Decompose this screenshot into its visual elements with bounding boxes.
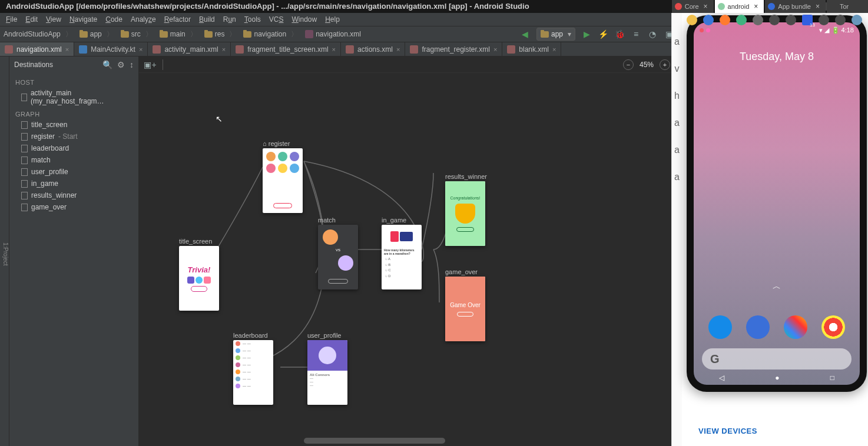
chrome-icon[interactable] [821, 315, 845, 339]
node-match[interactable]: match VS [318, 217, 358, 289]
phone-icon[interactable] [708, 315, 732, 339]
debug-icon[interactable]: 🐞 [614, 29, 625, 39]
dest-leaderboard[interactable]: leaderboard [9, 142, 138, 154]
zoom-out-icon[interactable]: − [623, 59, 634, 70]
ext-icon-2[interactable] [736, 15, 747, 25]
menu-refactor[interactable]: Refactor [164, 15, 191, 24]
node-leaderboard[interactable]: leaderboard — — — — — — — — — — — — — — [233, 332, 273, 405]
dest-match[interactable]: match [9, 154, 138, 166]
close-icon[interactable]: × [65, 46, 69, 53]
menu-code[interactable]: Code [105, 15, 122, 24]
fragment-icon [21, 94, 27, 101]
folder-icon [204, 31, 213, 38]
node-title-screen[interactable]: title_screen Trivia! [179, 238, 219, 311]
menu-vcs[interactable]: VCS [269, 15, 284, 24]
play-icon[interactable] [784, 315, 807, 339]
menu-file[interactable]: File [6, 15, 17, 24]
zoom-in-icon[interactable]: + [660, 59, 670, 70]
node-register[interactable]: ⌂ register [263, 140, 303, 213]
close-icon[interactable]: × [332, 46, 336, 53]
avatar-icon[interactable] [852, 15, 862, 25]
node-in-game[interactable]: in_game How many kilometers are in a mar… [382, 217, 422, 289]
ext-icon[interactable] [720, 15, 730, 25]
tab-actions[interactable]: actions.xml× [341, 42, 405, 56]
tab-fragment-title[interactable]: fragment_title_screen.xml× [231, 42, 341, 56]
gutter-project[interactable]: 1:Project [2, 240, 9, 268]
menu-run[interactable]: Run [223, 15, 236, 24]
crumb-app[interactable]: app〉 [76, 29, 117, 39]
ext-icon-7[interactable] [835, 15, 846, 25]
close-icon[interactable]: × [493, 46, 497, 53]
menu-view[interactable]: View [46, 15, 61, 24]
crumb-res[interactable]: res〉 [201, 29, 240, 39]
horizontal-scrollbar[interactable] [304, 438, 445, 444]
host-item[interactable]: activity_main (my_nav_host_fragm… [9, 87, 138, 107]
caret-up-icon[interactable]: ︿ [694, 281, 860, 292]
ext-icon-3[interactable] [753, 15, 763, 25]
menu-window[interactable]: Window [291, 15, 317, 24]
menu-build[interactable]: Build [199, 15, 215, 24]
close-icon[interactable]: × [139, 46, 143, 53]
dest-results-winner[interactable]: results_winner [9, 189, 138, 201]
nav-recent-icon[interactable]: □ [830, 374, 834, 382]
node-results-winner[interactable]: results_winner Congratulations! [445, 173, 487, 246]
drive-icon[interactable] [687, 15, 697, 25]
menu-edit[interactable]: Edit [25, 15, 38, 24]
apply-changes-icon[interactable]: ⚡ [598, 29, 608, 39]
cast-icon[interactable] [703, 15, 714, 25]
fragment-icon [21, 168, 28, 176]
menu-navigate[interactable]: Navigate [69, 15, 97, 24]
gear-icon[interactable]: ⚙ [117, 60, 125, 69]
ext-icon-6[interactable] [819, 15, 829, 25]
close-icon[interactable]: × [396, 46, 400, 53]
sort-icon[interactable]: ↕ [130, 60, 134, 69]
phone-mockup: ▾ ◢ 🔋 4:18 Tuesday, May 8 ︿ G ◁ ● □ [687, 15, 867, 392]
ext-badge-icon[interactable]: 13 [802, 15, 813, 25]
browser-tab-core[interactable]: Core× [672, 0, 714, 13]
dest-register[interactable]: register - Start [9, 131, 138, 142]
menu-tools[interactable]: Tools [244, 15, 261, 24]
browser-tab-appbundle[interactable]: App bundle× [765, 0, 826, 13]
node-user-profile[interactable]: user_profile Ali Connors——— [307, 332, 347, 405]
ext-icon-4[interactable] [769, 15, 780, 25]
menu-help[interactable]: Help [325, 15, 340, 24]
tab-fragment-register[interactable]: fragment_register.xml× [405, 42, 502, 56]
tab-navigation[interactable]: navigation.xml× [0, 42, 74, 56]
tab-activity-main[interactable]: activity_main.xml× [148, 42, 231, 56]
crumb-main[interactable]: main〉 [156, 29, 201, 39]
coverage-icon[interactable]: ◔ [647, 29, 658, 39]
profile-icon[interactable]: ≡ [631, 29, 641, 39]
search-icon[interactable]: 🔍 [102, 60, 112, 69]
close-icon[interactable]: × [816, 2, 820, 11]
run-icon[interactable]: ▶ [581, 29, 592, 39]
messages-icon[interactable] [746, 315, 770, 339]
view-devices-link[interactable]: VIEW DEVICES [698, 427, 757, 435]
close-icon[interactable]: × [222, 46, 226, 53]
crumb-navigation[interactable]: navigation〉 [240, 29, 302, 39]
back-icon[interactable]: ◀ [520, 29, 531, 39]
nav-back-icon[interactable]: ◁ [719, 374, 724, 382]
node-game-over[interactable]: game_over Game Over [445, 268, 485, 341]
ext-icon-5[interactable] [786, 15, 796, 25]
dest-title-screen[interactable]: title_screen [9, 119, 138, 131]
run-config-select[interactable]: app [536, 28, 575, 41]
nav-canvas[interactable]: title_screen Trivia! ⌂ register [139, 73, 709, 446]
crumb-file[interactable]: navigation.xml [302, 30, 365, 38]
tab-mainactivity[interactable]: MainActivity.kt× [74, 42, 148, 56]
browser-tab-tor[interactable]: Tor [827, 0, 868, 13]
close-icon[interactable]: × [552, 46, 556, 53]
add-destination-icon[interactable]: ▣+ [145, 59, 155, 70]
tab-blank[interactable]: blank.xml× [502, 42, 561, 56]
dest-in-game[interactable]: in_game [9, 178, 138, 189]
close-icon[interactable]: × [754, 2, 758, 11]
crumb-src[interactable]: src〉 [117, 29, 156, 39]
close-icon[interactable]: × [704, 2, 708, 11]
trophy-icon [455, 204, 475, 224]
nav-home-icon[interactable]: ● [775, 374, 779, 382]
menu-analyze[interactable]: Analyze [131, 15, 156, 24]
phone-search[interactable]: G [702, 348, 852, 370]
crumb-project[interactable]: AndroidStudioApp〉 [0, 29, 76, 39]
dest-game-over[interactable]: game_over [9, 201, 138, 213]
browser-tab-android[interactable]: android× [715, 0, 764, 13]
dest-user-profile[interactable]: user_profile [9, 166, 138, 178]
